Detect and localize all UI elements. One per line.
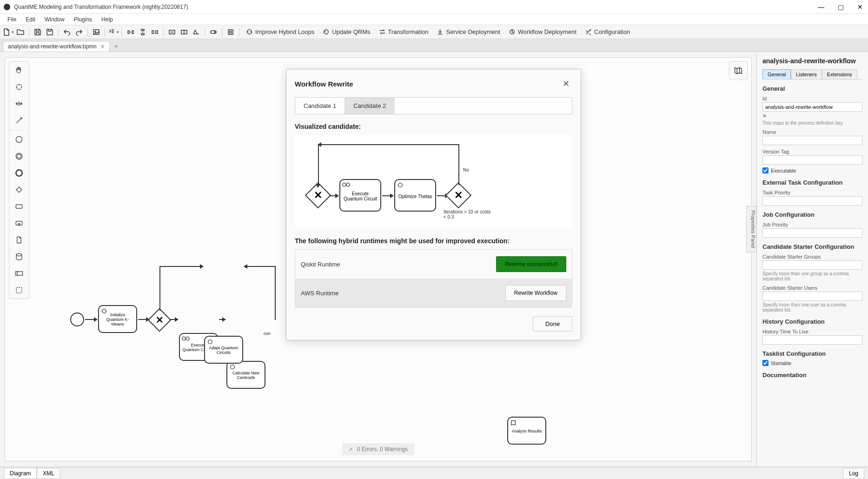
tool-a-button[interactable] — [166, 27, 178, 38]
id-input[interactable] — [762, 102, 862, 112]
cand-gateway-out: ✕ — [445, 182, 472, 209]
cand-groups-input[interactable] — [762, 260, 862, 270]
name-input[interactable] — [762, 136, 862, 145]
data-store-tool[interactable] — [9, 248, 29, 265]
dist-v-button[interactable] — [137, 27, 148, 38]
section-job: Job Configuration — [762, 211, 862, 218]
tab-extensions[interactable]: Extensions — [822, 69, 857, 79]
pool-tool[interactable] — [9, 265, 29, 282]
redo-button[interactable] — [73, 27, 85, 38]
errors-badge[interactable]: ✓ 0 Errors, 0 Warnings — [342, 443, 415, 455]
gateway-tool[interactable] — [9, 181, 29, 198]
job-priority-input[interactable] — [762, 228, 862, 238]
close-tab-icon[interactable]: ✕ — [100, 44, 105, 50]
executable-label: Executable — [771, 168, 796, 173]
undo-button[interactable] — [61, 27, 73, 38]
improve-label: Improve Hybrid Loops — [255, 28, 314, 35]
section-tasklist: Tasklist Configuration — [762, 350, 862, 357]
subprocess-tool[interactable] — [9, 215, 29, 232]
task-initialize[interactable]: Initialize Quantum K-Means — [98, 305, 137, 333]
end-event-tool[interactable] — [9, 165, 29, 181]
rewrite-workflow-button[interactable]: Rewrite Workflow — [505, 285, 566, 301]
tool-b-button[interactable] — [179, 27, 190, 38]
image-button[interactable] — [91, 27, 102, 38]
task-tool[interactable] — [9, 198, 29, 215]
configuration-button[interactable]: Configuration — [581, 27, 634, 38]
cand-users-input[interactable] — [762, 292, 862, 301]
workflow-label: Workflow Deployment — [518, 28, 576, 35]
executable-checkbox[interactable] — [762, 167, 769, 173]
flow-line[interactable] — [159, 266, 160, 311]
task-calculate[interactable]: Calculate New Centroids — [226, 361, 265, 389]
tab-log[interactable]: Log — [843, 468, 864, 479]
cand-groups-hint: Specify more than one group as a comma s… — [762, 271, 862, 281]
svg-point-11 — [214, 32, 215, 33]
gateway-1[interactable]: ✕ — [148, 308, 172, 332]
menu-edit[interactable]: Edit — [21, 16, 40, 23]
group-tool[interactable] — [9, 282, 29, 299]
intermediate-event-tool[interactable] — [9, 148, 29, 165]
flow-arrow[interactable] — [85, 319, 97, 320]
align-button[interactable] — [108, 27, 119, 38]
file-tab-label: analysis-and-rewrite-workflow.bpmn — [8, 43, 97, 50]
done-button[interactable]: Done — [533, 316, 572, 332]
flow-arrow[interactable] — [219, 319, 225, 320]
misc-icon[interactable] — [225, 27, 236, 38]
minimap-toggle[interactable] — [729, 61, 748, 80]
close-window-button[interactable]: ✕ — [856, 3, 864, 11]
start-event[interactable] — [70, 313, 84, 326]
dist-c-button[interactable] — [149, 27, 160, 38]
flow-arrow[interactable] — [170, 319, 178, 320]
lasso-tool[interactable] — [9, 79, 29, 95]
menu-window[interactable]: Window — [40, 16, 69, 23]
menu-file[interactable]: File — [3, 16, 21, 23]
flow-line[interactable] — [275, 266, 276, 320]
update-qrms-button[interactable]: Update QRMs — [319, 27, 374, 38]
history-ttl-input[interactable] — [762, 335, 862, 345]
open-file-button[interactable] — [15, 27, 26, 38]
space-tool[interactable] — [9, 95, 29, 112]
save-button[interactable] — [32, 27, 43, 38]
hand-tool[interactable] — [9, 62, 29, 79]
service-deployment-button[interactable]: Service Deployment — [433, 27, 504, 38]
minimize-button[interactable]: — — [817, 3, 825, 11]
properties-panel-toggle[interactable]: Properties Panel — [746, 206, 756, 253]
id-clear[interactable]: ✕ — [762, 113, 862, 119]
svg-rect-2 — [128, 31, 129, 33]
start-event-tool[interactable] — [9, 131, 29, 148]
task-priority-input[interactable] — [762, 196, 862, 206]
modal-close-button[interactable]: ✕ — [560, 78, 572, 90]
candidate-2-tab[interactable]: Candidate 2 — [345, 98, 395, 114]
add-tab-button[interactable]: + — [110, 40, 123, 52]
tab-xml[interactable]: XML — [37, 468, 60, 479]
connect-tool[interactable] — [9, 112, 29, 129]
tool-c-button[interactable] — [191, 27, 202, 38]
transformation-button[interactable]: Transformation — [375, 27, 432, 38]
task-analyze[interactable]: Analyze Results — [507, 417, 546, 445]
game-icon[interactable] — [208, 27, 219, 38]
data-object-tool[interactable] — [9, 232, 29, 248]
menu-plugins[interactable]: Plugins — [69, 16, 97, 23]
tab-listeners[interactable]: Listeners — [791, 69, 822, 79]
tab-general[interactable]: General — [762, 69, 791, 79]
workflow-deployment-button[interactable]: Workflow Deployment — [505, 27, 580, 38]
rewrite-success-button[interactable]: Rewrite successful! — [496, 256, 566, 272]
file-tab[interactable]: analysis-and-rewrite-workflow.bpmn ✕ — [3, 41, 110, 52]
save-as-button[interactable] — [44, 27, 55, 38]
task-priority-label: Task Priority — [762, 190, 862, 195]
svg-point-22 — [16, 253, 22, 256]
candidate-1-tab[interactable]: Candidate 1 — [295, 98, 345, 114]
startable-checkbox[interactable] — [762, 360, 769, 366]
improve-hybrid-loops-button[interactable]: Improve Hybrid Loops — [242, 27, 318, 38]
menu-help[interactable]: Help — [97, 16, 118, 23]
svg-rect-3 — [132, 31, 133, 33]
task-adapt[interactable]: Adapt Quantum Circuits — [204, 336, 243, 364]
flow-arrow[interactable] — [159, 266, 203, 267]
new-file-button[interactable] — [3, 27, 14, 38]
maximize-button[interactable]: ▢ — [836, 3, 845, 11]
dist-h-button[interactable] — [125, 27, 136, 38]
bpmn-diagram[interactable]: Initialize Quantum K-Means ✕ Execute Qua… — [42, 197, 81, 337]
flow-arrow[interactable] — [244, 266, 275, 267]
version-input[interactable] — [762, 155, 862, 165]
tab-diagram[interactable]: Diagram — [4, 468, 37, 479]
